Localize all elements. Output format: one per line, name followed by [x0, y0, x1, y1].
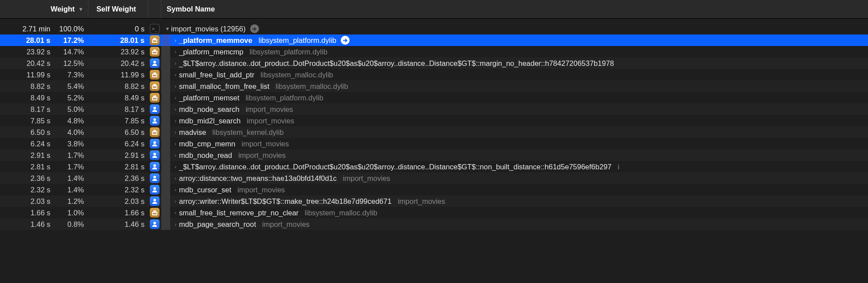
chevron-right-icon[interactable]: ›	[172, 95, 179, 100]
indent-gutter	[161, 57, 170, 69]
weight-pct: 5.4%	[53, 82, 88, 91]
process-icon-cell: >_	[148, 23, 161, 34]
symbol-library: i	[618, 163, 620, 171]
user-code-icon	[150, 150, 160, 160]
category-icon-cell	[148, 195, 161, 207]
chevron-right-icon[interactable]: ›	[172, 176, 179, 181]
indent-gutter	[161, 69, 170, 80]
chevron-right-icon[interactable]: ›	[172, 164, 179, 169]
symbol-primary: arroy::distance::two_means::hae13a0bfd14…	[179, 174, 337, 183]
indent-gutter	[161, 80, 170, 92]
tree-row[interactable]: 8.82 s5.4%8.82 s›small_malloc_from_free_…	[0, 80, 868, 92]
weight-cell: 1.46 s0.8%	[0, 218, 88, 230]
chevron-right-icon[interactable]: ›	[172, 222, 179, 227]
indent-gutter	[161, 184, 170, 195]
chevron-right-icon[interactable]: ›	[172, 72, 179, 77]
weight-time: 2.91 s	[9, 151, 53, 160]
symbol-cell: ›mdb_cursor_setimport_movies	[161, 184, 868, 195]
chevron-right-icon[interactable]: ›	[172, 118, 179, 123]
weight-cell: 23.92 s14.7%	[0, 46, 88, 57]
weight-cell: 2.81 s1.7%	[0, 161, 88, 172]
weight-cell: 2.36 s1.4%	[0, 172, 88, 184]
header-icon-col	[148, 0, 161, 18]
symbol-cell: ›_$LT$arroy..distance..dot_product..DotP…	[161, 161, 868, 172]
tree-row[interactable]: 8.17 s5.0%8.17 s›mdb_node_searchimport_m…	[0, 103, 868, 115]
chevron-down-icon[interactable]: ▼	[164, 26, 171, 31]
chevron-right-icon[interactable]: ›	[172, 187, 179, 192]
symbol-cell: ›mdb_node_searchimport_movies	[161, 103, 868, 115]
weight-time: 8.17 s	[9, 105, 53, 114]
self-weight-cell: 8.49 s	[88, 92, 148, 103]
tree-row[interactable]: 20.42 s12.5%20.42 s›_$LT$arroy..distance…	[0, 57, 868, 69]
system-framework-icon	[150, 35, 160, 45]
symbol-library: libsystem_malloc.dylib	[261, 71, 333, 79]
symbol-cell: ›mdb_node_readimport_movies	[161, 149, 868, 161]
category-icon-cell	[148, 80, 161, 92]
tree-row[interactable]: 1.66 s1.0%1.66 s›small_free_list_remove_…	[0, 207, 868, 218]
indent-gutter	[161, 138, 170, 149]
chevron-right-icon[interactable]: ›	[172, 210, 179, 215]
chevron-right-icon[interactable]: ›	[172, 130, 179, 135]
tree-row[interactable]: 1.46 s0.8%1.46 s›mdb_page_search_rootimp…	[0, 218, 868, 230]
tree-row[interactable]: 2.36 s1.4%2.36 s›arroy::distance::two_me…	[0, 172, 868, 184]
tree-row[interactable]: 6.24 s3.8%6.24 s›mdb_cmp_memnimport_movi…	[0, 138, 868, 149]
system-framework-icon	[150, 70, 160, 80]
category-icon-cell	[148, 115, 161, 126]
chevron-right-icon[interactable]: ›	[172, 107, 179, 112]
weight-cell: 1.66 s1.0%	[0, 207, 88, 218]
tree-row[interactable]: 6.50 s4.0%6.50 s›madviselibsystem_kernel…	[0, 126, 868, 138]
chevron-right-icon[interactable]: ›	[172, 84, 179, 89]
symbol-cell: ›_$LT$arroy..distance..dot_product..DotP…	[161, 57, 868, 69]
weight-pct: 5.2%	[53, 94, 88, 102]
tree-row-root[interactable]: 2.71 min 100.0% 0 s >_ ▼ import_movies (…	[0, 23, 868, 34]
tree-row[interactable]: 8.49 s5.2%8.49 s›_platform_memsetlibsyst…	[0, 92, 868, 103]
header-self-weight[interactable]: Self Weight	[88, 0, 148, 18]
chevron-right-icon[interactable]: ›	[172, 153, 179, 158]
weight-cell: 11.99 s7.3%	[0, 69, 88, 80]
tree-row[interactable]: 7.85 s4.8%7.85 s›mdb_mid2l_searchimport_…	[0, 115, 868, 126]
indent-gutter	[161, 195, 170, 207]
user-code-icon	[150, 219, 160, 229]
weight-cell: 6.50 s4.0%	[0, 126, 88, 138]
symbol-cell: ›small_free_list_add_ptrlibsystem_malloc…	[161, 69, 868, 80]
chevron-right-icon[interactable]: ›	[172, 49, 179, 54]
table-body: 2.71 min 100.0% 0 s >_ ▼ import_movies (…	[0, 23, 868, 230]
tree-row[interactable]: 2.32 s1.4%2.32 s›mdb_cursor_setimport_mo…	[0, 184, 868, 195]
tree-row[interactable]: 2.91 s1.7%2.91 s›mdb_node_readimport_mov…	[0, 149, 868, 161]
chevron-right-icon[interactable]: ›	[172, 61, 179, 66]
category-icon-cell	[148, 161, 161, 172]
symbol-cell: ›mdb_page_search_rootimport_movies	[161, 218, 868, 230]
symbol-primary: _$LT$arroy..distance..dot_product..DotPr…	[179, 59, 614, 68]
indent-gutter	[161, 218, 170, 230]
symbol-library: libsystem_platform.dylib	[250, 48, 327, 56]
symbol-cell: ›arroy::writer::Writer$LT$D$GT$::make_tr…	[161, 195, 868, 207]
focus-arrow-icon[interactable]	[250, 24, 259, 33]
user-code-icon	[150, 139, 160, 149]
weight-time: 2.03 s	[9, 197, 53, 206]
tree-row[interactable]: 2.03 s1.2%2.03 s›arroy::writer::Writer$L…	[0, 195, 868, 207]
tree-row[interactable]: 28.01 s17.2%28.01 s›_platform_memmovelib…	[0, 34, 868, 46]
category-icon-cell	[148, 57, 161, 69]
header-weight[interactable]: Weight ▼	[0, 0, 88, 18]
indent-gutter	[161, 46, 170, 57]
symbol-library: import_movies	[398, 197, 445, 206]
category-icon-cell	[148, 69, 161, 80]
weight-cell: 2.03 s1.2%	[0, 195, 88, 207]
self-weight-cell: 20.42 s	[88, 57, 148, 69]
chevron-right-icon[interactable]: ›	[172, 38, 179, 43]
weight-time: 6.50 s	[9, 128, 53, 137]
user-code-icon	[150, 162, 160, 172]
chevron-right-icon[interactable]: ›	[172, 199, 179, 204]
weight-time: 1.66 s	[9, 209, 53, 217]
weight-pct: 14.7%	[53, 48, 88, 56]
weight-time: 2.32 s	[9, 186, 53, 194]
tree-row[interactable]: 23.92 s14.7%23.92 s›_platform_memcmplibs…	[0, 46, 868, 57]
focus-arrow-icon[interactable]	[341, 36, 350, 45]
tree-row[interactable]: 11.99 s7.3%11.99 s›small_free_list_add_p…	[0, 69, 868, 80]
header-symbol[interactable]: Symbol Name	[161, 0, 868, 18]
category-icon-cell	[148, 126, 161, 138]
chevron-right-icon[interactable]: ›	[172, 141, 179, 146]
weight-cell: 8.49 s5.2%	[0, 92, 88, 103]
header-self-label: Self Weight	[96, 5, 136, 13]
tree-row[interactable]: 2.81 s1.7%2.81 s›_$LT$arroy..distance..d…	[0, 161, 868, 172]
